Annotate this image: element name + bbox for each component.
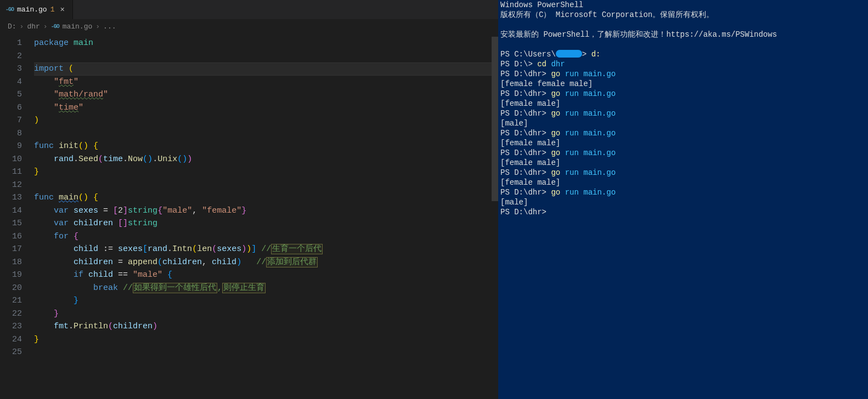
code-token: " xyxy=(54,90,59,99)
code-token: ( xyxy=(192,244,197,254)
code-token xyxy=(34,103,54,112)
terminal-token: PS D:\dhr> xyxy=(500,188,551,197)
code-token: sexes xyxy=(217,244,241,254)
code-content[interactable]: package mainimport ( "fmt" "math/rand" "… xyxy=(34,37,492,399)
line-number: 7 xyxy=(0,114,22,127)
tab-main-go[interactable]: -GO main.go 1 × xyxy=(0,0,73,19)
code-line[interactable]: child := sexes[rand.Intn(len(sexes))] //… xyxy=(34,243,492,256)
code-token: "male" xyxy=(162,206,192,215)
code-token: child xyxy=(212,258,236,267)
code-token: = xyxy=(98,206,113,215)
code-token: } xyxy=(34,296,78,305)
terminal-token: PS D:\dhr> xyxy=(500,70,551,78)
terminal-token: run main.go xyxy=(565,129,616,138)
terminal-line xyxy=(500,39,866,49)
code-line[interactable]: var sexes = [2]string{"male", "female"} xyxy=(34,204,492,218)
code-token: "male" xyxy=(133,270,162,280)
terminal-token: PS D:\dhr> xyxy=(500,129,551,138)
code-line[interactable] xyxy=(34,50,492,63)
code-token: child xyxy=(88,270,113,280)
line-number: 12 xyxy=(0,179,22,192)
breadcrumb-part[interactable]: D: xyxy=(8,22,16,31)
terminal-token: [male] xyxy=(500,198,528,207)
code-line[interactable]: fmt.Println(children) xyxy=(34,320,492,333)
terminal-line: PS C:\Users\> d: xyxy=(500,49,866,59)
terminal-line: PS D:\dhr> go run main.go xyxy=(500,89,866,99)
editor-scrollbar[interactable] xyxy=(492,37,498,399)
code-line[interactable]: break //如果得到一个雄性后代,则停止生育 xyxy=(34,282,492,295)
code-token: children xyxy=(74,219,113,228)
code-token: fmt xyxy=(59,77,74,87)
go-file-icon: -GO xyxy=(51,24,59,30)
code-token xyxy=(34,219,54,228)
code-line[interactable] xyxy=(34,127,492,140)
code-token: ] xyxy=(123,206,128,215)
line-number: 3 xyxy=(0,62,22,76)
code-token: { xyxy=(162,270,172,280)
code-line[interactable]: rand.Seed(time.Now().Unix()) xyxy=(34,153,492,166)
terminal-line: PS D:\dhr> go run main.go xyxy=(500,128,866,138)
terminal-token: [female male] xyxy=(500,178,560,187)
code-token: time xyxy=(103,155,123,164)
code-line[interactable]: package main xyxy=(34,37,492,50)
terminal-token: [male] xyxy=(500,119,528,128)
line-number: 14 xyxy=(0,204,22,218)
terminal-token: PS D:\> xyxy=(500,60,537,69)
code-token: // xyxy=(123,283,133,293)
code-token: { xyxy=(74,232,78,241)
terminal-token: run main.go xyxy=(565,188,616,197)
breadcrumb-part[interactable]: dhr xyxy=(27,22,40,31)
line-number: 1 xyxy=(0,37,22,50)
editor-pane: -GO main.go 1 × D: › dhr › -GO main.go ›… xyxy=(0,0,498,399)
code-line[interactable]: ) xyxy=(34,114,492,127)
code-line[interactable] xyxy=(34,179,492,192)
line-number: 11 xyxy=(0,166,22,179)
code-line[interactable]: } xyxy=(34,307,492,321)
code-line[interactable] xyxy=(34,346,492,359)
code-line[interactable]: var children []string xyxy=(34,217,492,230)
close-icon[interactable]: × xyxy=(58,6,66,14)
code-token: { xyxy=(157,206,162,215)
code-area[interactable]: 1234567891011121314151617181920212223242… xyxy=(0,33,498,399)
code-line[interactable]: "fmt" xyxy=(34,76,492,89)
code-line[interactable]: } xyxy=(34,166,492,179)
terminal-line: 安装最新的 PowerShell，了解新功能和改进！https://aka.ms… xyxy=(500,30,866,39)
code-line[interactable]: } xyxy=(34,333,492,346)
terminal-pane[interactable]: Windows PowerShell版权所有（C） Microsoft Corp… xyxy=(498,0,868,399)
code-line[interactable]: import ( xyxy=(34,62,492,76)
terminal-token: PS D:\dhr> xyxy=(500,168,551,177)
terminal-token: Windows PowerShell xyxy=(500,1,583,9)
code-token: Intn xyxy=(172,244,192,254)
code-line[interactable]: } xyxy=(34,294,492,307)
terminal-line: PS D:\dhr> go run main.go xyxy=(500,109,866,118)
code-token: var xyxy=(54,219,74,228)
breadcrumb[interactable]: D: › dhr › -GO main.go › ... xyxy=(0,19,498,33)
breadcrumb-part[interactable]: main.go xyxy=(63,22,93,31)
line-number: 18 xyxy=(0,256,22,269)
code-token: children xyxy=(34,258,113,267)
terminal-token: cd xyxy=(537,60,551,69)
code-line[interactable]: "math/rand" xyxy=(34,88,492,101)
code-token: ) xyxy=(34,116,39,125)
terminal-line: [female male] xyxy=(500,178,866,187)
code-line[interactable]: children = append(children, child) //添加到… xyxy=(34,256,492,269)
code-token: () xyxy=(78,141,93,151)
code-token: () xyxy=(143,155,153,164)
code-token: Seed xyxy=(78,155,98,164)
scrollbar-thumb[interactable] xyxy=(492,37,498,201)
terminal-token: PS D:\dhr> xyxy=(500,149,551,157)
terminal-line: PS D:\dhr> go run main.go xyxy=(500,148,866,158)
code-line[interactable]: "time" xyxy=(34,101,492,115)
breadcrumb-part[interactable]: ... xyxy=(103,22,116,31)
code-token: , xyxy=(217,283,222,293)
code-line[interactable]: func init() { xyxy=(34,140,492,153)
code-token: . xyxy=(123,155,128,164)
terminal-token: 安装最新的 PowerShell，了解新功能和改进！https://aka.ms… xyxy=(500,30,777,39)
code-token: // xyxy=(256,244,271,254)
terminal-line xyxy=(500,20,866,30)
code-line[interactable]: for { xyxy=(34,230,492,243)
code-line[interactable]: func main() { xyxy=(34,191,492,204)
code-line[interactable]: if child == "male" { xyxy=(34,269,492,282)
terminal-token: go xyxy=(551,168,565,177)
code-token: "female" xyxy=(202,206,241,215)
